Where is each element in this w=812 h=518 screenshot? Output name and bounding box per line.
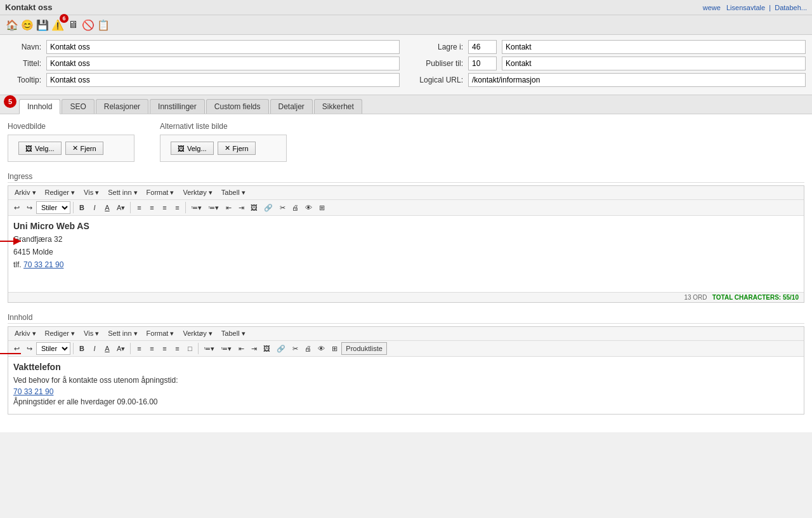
align-right-2[interactable]: ≡ bbox=[159, 342, 170, 355]
bold-btn-2[interactable]: B bbox=[76, 342, 88, 355]
tab-seo[interactable]: SEO bbox=[62, 99, 94, 114]
divider-6 bbox=[198, 343, 199, 354]
indent-out-1[interactable]: ⇤ bbox=[223, 201, 234, 214]
insert-link-2[interactable]: 🔗 bbox=[274, 342, 288, 355]
italic-btn-1[interactable]: I bbox=[89, 201, 100, 214]
align-justify-2[interactable]: ≡ bbox=[171, 342, 183, 355]
image-icon-2: 🖼 bbox=[178, 145, 185, 152]
menu-vis-2[interactable]: Vis ▾ bbox=[80, 328, 103, 339]
align-left-1[interactable]: ≡ bbox=[133, 201, 145, 214]
code-1[interactable]: ⊞ bbox=[316, 201, 327, 214]
velg-button-1[interactable]: 🖼 Velg... bbox=[18, 142, 62, 155]
tab-relasjoner[interactable]: Relasjoner bbox=[96, 99, 148, 114]
menu-rediger-2[interactable]: Rediger ▾ bbox=[41, 328, 79, 339]
undo-btn-1[interactable]: ↩ bbox=[11, 201, 22, 214]
menu-format-2[interactable]: Format ▾ bbox=[143, 328, 178, 339]
font-color-btn-2[interactable]: A▾ bbox=[114, 342, 128, 355]
print-2[interactable]: 🖨 bbox=[302, 342, 314, 355]
list-ordered-1[interactable]: ≔▾ bbox=[206, 201, 221, 214]
smiley-icon[interactable]: 😊 bbox=[20, 18, 34, 32]
align-center-2[interactable]: ≡ bbox=[146, 342, 157, 355]
editor1-phone-link[interactable]: 70 33 21 90 bbox=[23, 260, 63, 269]
indent-out-2[interactable]: ⇤ bbox=[235, 342, 247, 355]
menu-verktoy-2[interactable]: Verktøy ▾ bbox=[179, 328, 216, 339]
tooltip-row: Tooltip: bbox=[6, 73, 400, 87]
navn-input[interactable] bbox=[46, 40, 400, 54]
list-ordered-2[interactable]: ≔▾ bbox=[218, 342, 234, 355]
menu-tabell-1[interactable]: Tabell ▾ bbox=[218, 187, 249, 198]
redo-btn-2[interactable]: ↪ bbox=[23, 342, 35, 355]
menu-arkiv-2[interactable]: Arkiv ▾ bbox=[11, 328, 40, 339]
align-right-1[interactable]: ≡ bbox=[159, 201, 170, 214]
indent-in-2[interactable]: ⇥ bbox=[248, 342, 259, 355]
menu-sett-inn-1[interactable]: Sett inn ▾ bbox=[104, 187, 141, 198]
align-center-1[interactable]: ≡ bbox=[146, 201, 157, 214]
wewe-link[interactable]: wewe bbox=[703, 4, 721, 11]
fjern-button-2[interactable]: ✕ Fjern bbox=[218, 142, 256, 155]
lisensavtale-link[interactable]: Lisensavtale bbox=[726, 4, 765, 11]
menu-vis-1[interactable]: Vis ▾ bbox=[80, 187, 103, 198]
align-justify-1[interactable]: ≡ bbox=[171, 201, 183, 214]
insert-image-2[interactable]: 🖼 bbox=[261, 342, 273, 355]
underline-btn-2[interactable]: A bbox=[102, 342, 113, 355]
font-color-btn-1[interactable]: A▾ bbox=[114, 201, 128, 214]
tab-sikkerhet[interactable]: Sikkerhet bbox=[314, 99, 362, 114]
lagre-label: Lagre i: bbox=[412, 43, 463, 51]
save-icon[interactable]: 💾 bbox=[36, 18, 49, 32]
square-btn-2[interactable]: □ bbox=[184, 342, 195, 355]
produktliste-btn[interactable]: Produktliste bbox=[341, 342, 386, 355]
home-icon[interactable]: 🏠 bbox=[5, 18, 19, 32]
database-link[interactable]: Databeh... bbox=[775, 4, 807, 11]
lagre-num-input[interactable] bbox=[468, 40, 497, 54]
tab-innhold[interactable]: Innhold bbox=[19, 99, 60, 114]
list-unordered-2[interactable]: ≔▾ bbox=[201, 342, 217, 355]
menu-rediger-1[interactable]: Rediger ▾ bbox=[41, 187, 79, 198]
fjern-button-1[interactable]: ✕ Fjern bbox=[65, 142, 103, 155]
tab-innstillinger[interactable]: Innstillinger bbox=[150, 99, 205, 114]
print-1[interactable]: 🖨 bbox=[289, 201, 301, 214]
remove-link-1[interactable]: ✂ bbox=[277, 201, 288, 214]
preview-1[interactable]: 👁 bbox=[303, 201, 315, 214]
align-left-2[interactable]: ≡ bbox=[133, 342, 145, 355]
close-icon-1: ✕ bbox=[72, 144, 78, 152]
publiser-text-input[interactable] bbox=[502, 56, 806, 70]
velg-button-2[interactable]: 🖼 Velg... bbox=[171, 142, 214, 155]
clipboard-icon[interactable]: 📋 bbox=[96, 18, 110, 32]
cancel-icon[interactable]: 🚫 bbox=[81, 18, 95, 32]
insert-image-1[interactable]: 🖼 bbox=[248, 201, 260, 214]
lagre-text-input[interactable] bbox=[502, 40, 806, 54]
redo-btn-1[interactable]: ↪ bbox=[23, 201, 35, 214]
tab-detaljer[interactable]: Detaljer bbox=[270, 99, 313, 114]
tooltip-input[interactable] bbox=[46, 73, 400, 87]
remove-link-2[interactable]: ✂ bbox=[289, 342, 301, 355]
menu-format-1[interactable]: Format ▾ bbox=[143, 187, 178, 198]
insert-link-1[interactable]: 🔗 bbox=[261, 201, 275, 214]
editor2-content[interactable]: Vakttelefon Ved behov for å kontakte oss… bbox=[8, 357, 804, 414]
undo-btn-2[interactable]: ↩ bbox=[11, 342, 22, 355]
menu-sett-inn-2[interactable]: Sett inn ▾ bbox=[104, 328, 141, 339]
code-2[interactable]: ⊞ bbox=[329, 342, 340, 355]
bold-btn-1[interactable]: B bbox=[76, 201, 88, 214]
main-toolbar: 🏠 😊 💾 ⚠️ 6 🖥 🚫 📋 bbox=[0, 15, 812, 35]
preview-2[interactable]: 👁 bbox=[315, 342, 327, 355]
italic-btn-2[interactable]: I bbox=[89, 342, 100, 355]
indent-in-1[interactable]: ⇥ bbox=[235, 201, 247, 214]
publiser-row: Publiser til: bbox=[412, 56, 806, 70]
list-unordered-1[interactable]: ≔▾ bbox=[188, 201, 204, 214]
publiser-num-input[interactable] bbox=[468, 56, 497, 70]
tab-custom-fields[interactable]: Custom fields bbox=[206, 99, 269, 114]
tittel-input[interactable] bbox=[46, 56, 400, 70]
editor1-content[interactable]: Uni Micro Web AS Grandfjæra 32 6415 Mold… bbox=[8, 216, 804, 292]
content-area: Hovedbilde 🖼 Velg... ✕ Fjern Alternativt… bbox=[0, 114, 812, 432]
word-count-1: 13 ORD bbox=[684, 294, 707, 301]
logical-url-input[interactable] bbox=[468, 73, 806, 87]
menu-verktoy-1[interactable]: Verktøy ▾ bbox=[179, 187, 216, 198]
menu-tabell-2[interactable]: Tabell ▾ bbox=[218, 328, 249, 339]
warning-badge-container: ⚠️ 6 bbox=[51, 18, 65, 32]
underline-btn-1[interactable]: A bbox=[102, 201, 113, 214]
editor2-phone-link[interactable]: 70 33 21 90 bbox=[13, 387, 53, 396]
menu-arkiv-1[interactable]: Arkiv ▾ bbox=[11, 187, 40, 198]
style-select-2[interactable]: Stiler bbox=[36, 342, 70, 355]
style-select-1[interactable]: Stiler bbox=[36, 201, 70, 214]
hovedbilde-label: Hovedbilde bbox=[8, 122, 134, 131]
